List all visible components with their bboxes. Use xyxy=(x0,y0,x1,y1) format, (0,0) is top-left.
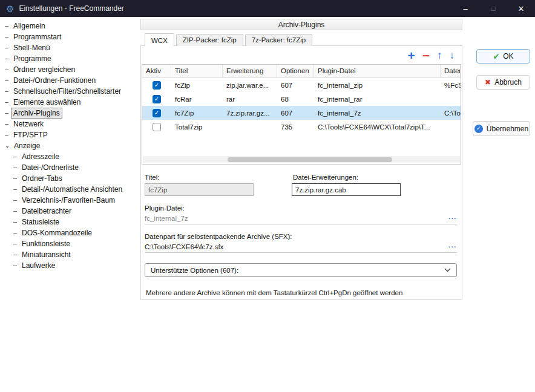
sidebar-item-funktionsleiste[interactable]: Funktionsleiste xyxy=(0,238,140,249)
sidebar-item-netzwerk[interactable]: Netzwerk xyxy=(0,119,140,129)
tree-branch xyxy=(13,255,17,255)
active-checkbox[interactable] xyxy=(153,81,161,90)
cell-datenpart: C:\Too xyxy=(441,109,461,117)
sidebar-item-datei-ordner-funktionen[interactable]: Datei-/Ordner-Funktionen xyxy=(0,75,140,86)
tab-bar: WCX ZIP-Packer: fcZip 7z-Packer: fc7Zip xyxy=(140,33,462,46)
remove-plugin-icon[interactable]: − xyxy=(422,49,430,62)
cell-titel: Total7zip xyxy=(171,123,223,131)
sfx-label: Datenpart für selbstentpackende Archive … xyxy=(145,233,457,240)
sidebar-item-shell-menu[interactable]: Shell-Menü xyxy=(0,42,140,53)
cancel-button[interactable]: ✖ Abbruch xyxy=(476,75,530,90)
sidebar-item-archiv-plugins[interactable]: Archiv-Plugins xyxy=(0,108,140,119)
sidebar-item-detail-ansichten[interactable]: Detail-/Automatische Ansichten xyxy=(0,184,140,195)
sidebar-item-programme[interactable]: Programme xyxy=(0,53,140,64)
sidebar-item-label: Statusleiste xyxy=(19,217,62,227)
active-checkbox[interactable] xyxy=(153,109,161,117)
sidebar-item-statusleiste[interactable]: Statusleiste xyxy=(0,217,140,227)
sidebar-item-laufwerke[interactable]: Laufwerke xyxy=(0,260,140,271)
sidebar-item-label: Ordner vergleichen xyxy=(11,64,77,75)
sidebar-item-programmstart[interactable]: Programmstart xyxy=(0,31,140,42)
tree-branch xyxy=(13,222,17,223)
sidebar-item-label: Shell-Menü xyxy=(11,42,53,53)
plugin-table: Aktiv Titel Erweiterung Optionen Plugin-… xyxy=(142,64,461,165)
sidebar-item-label: Netzwerk xyxy=(11,119,46,129)
tree-branch xyxy=(13,200,17,201)
cell-titel: fcRar xyxy=(171,96,223,103)
column-header-plugin-datei[interactable]: Plugin-Datei xyxy=(314,65,441,77)
plugin-form: Titel:Datei-Erweiterungen: Plugin-Datei:… xyxy=(141,165,462,296)
table-row[interactable]: fcZip zip.jar.war.e... 607 fc_internal_z… xyxy=(142,78,461,92)
cell-erweiterung: zip.jar.war.e... xyxy=(223,82,277,89)
sidebar-item-label: Programme xyxy=(11,53,54,64)
sidebar-item-allgemein[interactable]: Allgemein xyxy=(0,21,140,31)
plugin-file-field[interactable]: fc_internal_7z ··· xyxy=(145,215,457,224)
column-header-datenpart[interactable]: Datenp xyxy=(441,65,461,77)
sidebar-item-label: Allgemein xyxy=(11,21,48,31)
active-checkbox[interactable] xyxy=(153,95,161,103)
ok-button[interactable]: ✔ OK xyxy=(476,49,530,64)
tree-branch xyxy=(5,91,8,92)
sidebar-item-datei-ordnerliste[interactable]: Datei-/Ordnerliste xyxy=(0,162,140,173)
sidebar-item-anzeige[interactable]: ⌄Anzeige xyxy=(0,140,140,151)
window-controls: – □ ✕ xyxy=(451,0,535,17)
sfx-field[interactable]: C:\Tools\FCXE64\fc7z.sfx ··· xyxy=(145,243,457,253)
browse-plugin-button[interactable]: ··· xyxy=(448,215,457,222)
horizontal-scrollbar[interactable] xyxy=(143,156,460,163)
sidebar-item-dos-kommandozeile[interactable]: DOS-Kommandozeile xyxy=(0,227,140,238)
options-dropdown-value: Unterstützte Optionen (607): xyxy=(151,267,238,274)
sidebar-item-ordner-vergleichen[interactable]: Ordner vergleichen xyxy=(0,64,140,75)
cell-optionen: 607 xyxy=(277,82,314,89)
tab-wcx[interactable]: WCX xyxy=(145,33,174,47)
ok-button-label: OK xyxy=(503,52,513,60)
gear-icon: ⚙ xyxy=(6,4,14,13)
tree-branch xyxy=(13,168,17,168)
active-checkbox[interactable] xyxy=(153,123,161,131)
sidebar-item-miniaturansicht[interactable]: Miniaturansicht xyxy=(0,249,140,260)
sidebar-item-verzeichnis-baum[interactable]: Verzeichnis-/Favoriten-Baum xyxy=(0,195,140,206)
options-dropdown[interactable]: Unterstützte Optionen (607): xyxy=(145,263,457,277)
sidebar-item-label: Laufwerke xyxy=(19,260,57,271)
settings-window: ⚙ Einstellungen - FreeCommander – □ ✕ Al… xyxy=(0,0,535,392)
sidebar-item-label: Adresszeile xyxy=(19,151,62,162)
tab-7z-packer[interactable]: 7z-Packer: fc7Zip xyxy=(245,34,312,46)
sidebar-item-label: Funktionsleiste xyxy=(19,238,73,249)
cell-optionen: 607 xyxy=(277,109,314,117)
cell-titel: fc7Zip xyxy=(171,109,223,117)
table-row[interactable]: fcRar rar 68 fc_internal_rar xyxy=(142,92,461,106)
tab-zip-packer[interactable]: ZIP-Packer: fcZip xyxy=(176,34,243,46)
column-header-optionen[interactable]: Optionen xyxy=(277,65,314,77)
chevron-down-icon[interactable]: ⌄ xyxy=(5,143,11,148)
tree-branch xyxy=(13,157,17,157)
sidebar-item-dateibetrachter[interactable]: Dateibetrachter xyxy=(0,206,140,217)
plugin-toolbar: + − ↑ ↓ xyxy=(141,46,462,64)
table-row[interactable]: Total7zip 735 C:\Tools\FCXE64\WCX\Total7… xyxy=(142,120,461,134)
tree-branch xyxy=(5,26,8,27)
minimize-button[interactable]: – xyxy=(451,0,479,17)
tree-branch xyxy=(5,70,8,70)
add-plugin-icon[interactable]: + xyxy=(407,49,415,62)
sidebar-item-ordner-tabs[interactable]: Ordner-Tabs xyxy=(0,173,140,184)
close-button[interactable]: ✕ xyxy=(507,0,535,17)
column-header-titel[interactable]: Titel xyxy=(171,65,223,77)
sidebar-item-ftp-sftp[interactable]: FTP/SFTP xyxy=(0,129,140,140)
maximize-button[interactable]: □ xyxy=(479,0,507,17)
sidebar-item-schnellsuche[interactable]: Schnellsuche/Filter/Schnellstarter xyxy=(0,86,140,97)
settings-tree: Allgemein Programmstart Shell-Menü Progr… xyxy=(0,17,140,392)
sidebar-item-elemente-auswaehlen[interactable]: Elemente auswählen xyxy=(0,97,140,108)
tree-branch xyxy=(13,178,17,179)
cell-plugin-datei: fc_internal_zip xyxy=(314,82,441,89)
table-row[interactable]: fc7Zip 7z.zip.rar.gz... 607 fc_internal_… xyxy=(142,106,461,120)
column-header-erweiterung[interactable]: Erweiterung xyxy=(223,65,277,77)
apply-check-icon: ✓ xyxy=(474,125,483,133)
sidebar-item-label: FTP/SFTP xyxy=(11,129,50,140)
extensions-input[interactable] xyxy=(292,183,401,196)
titel-input[interactable] xyxy=(145,183,254,196)
scrollbar-thumb[interactable] xyxy=(228,157,392,162)
move-up-icon[interactable]: ↑ xyxy=(437,50,442,60)
sidebar-item-adresszeile[interactable]: Adresszeile xyxy=(0,151,140,162)
apply-button[interactable]: ✓ Übernehmen xyxy=(473,121,530,136)
browse-sfx-button[interactable]: ··· xyxy=(448,244,457,250)
move-down-icon[interactable]: ↓ xyxy=(450,50,455,60)
cell-optionen: 68 xyxy=(277,96,314,103)
column-header-aktiv[interactable]: Aktiv xyxy=(142,65,171,77)
